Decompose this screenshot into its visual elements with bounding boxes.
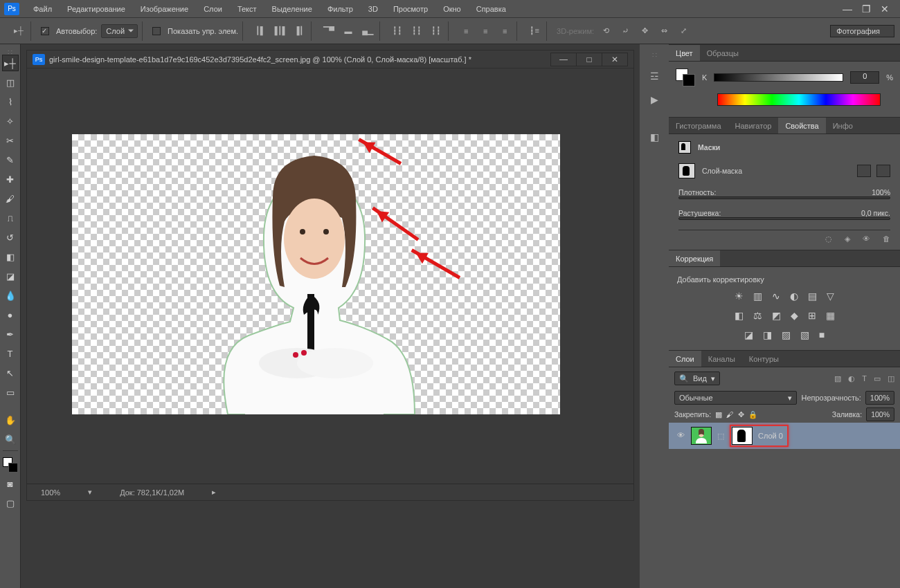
3d-pan-icon[interactable]: ✥ bbox=[637, 24, 652, 39]
autoselect-checkbox[interactable] bbox=[41, 27, 49, 35]
hand-tool[interactable]: ✋ bbox=[2, 412, 19, 428]
fill-input[interactable]: 100% bbox=[866, 407, 894, 421]
adj-vibrance-icon[interactable]: ▤ bbox=[808, 291, 817, 302]
doc-minimize-button[interactable]: — bbox=[550, 53, 577, 66]
tab-color[interactable]: Цвет bbox=[669, 45, 700, 61]
visibility-eye-icon[interactable]: 👁 bbox=[676, 431, 685, 441]
path-selection-tool[interactable]: ↖ bbox=[2, 365, 19, 381]
layer-name[interactable]: Слой 0 bbox=[758, 432, 783, 440]
filter-adjust-icon[interactable]: ◐ bbox=[848, 374, 855, 383]
color-ramp[interactable] bbox=[717, 93, 881, 106]
app-minimize-icon[interactable]: — bbox=[843, 3, 852, 15]
filter-smart-icon[interactable]: ◫ bbox=[888, 374, 894, 383]
tab-paths[interactable]: Контуры bbox=[742, 351, 786, 367]
tab-histogram[interactable]: Гистограмма bbox=[669, 118, 728, 134]
adj-hue-icon[interactable]: ▽ bbox=[827, 291, 834, 302]
mask-selection-icon[interactable]: ◌ bbox=[825, 235, 832, 243]
tab-properties[interactable]: Свойства bbox=[778, 118, 825, 134]
feather-slider[interactable] bbox=[678, 217, 890, 220]
distribute-h1-icon[interactable]: ┇┇ bbox=[390, 24, 405, 39]
align-vcenter-icon[interactable]: ▬ bbox=[341, 24, 356, 39]
distribute-h2-icon[interactable]: ┇┇ bbox=[409, 24, 424, 39]
tab-adjustments[interactable]: Коррекция bbox=[669, 250, 720, 266]
density-slider[interactable] bbox=[678, 196, 890, 199]
adj-threshold-icon[interactable]: ◨ bbox=[763, 329, 772, 340]
menu-help[interactable]: Справка bbox=[469, 2, 513, 16]
adj-bw-icon[interactable]: ◧ bbox=[735, 310, 744, 321]
mask-apply-icon[interactable]: ◈ bbox=[845, 235, 850, 243]
brush-tool[interactable]: 🖌 bbox=[2, 190, 19, 207]
mask-thumb[interactable] bbox=[678, 163, 695, 178]
adj-brightness-icon[interactable]: ☀ bbox=[735, 291, 744, 302]
doc-close-button[interactable]: ✕ bbox=[602, 53, 628, 66]
magic-wand-tool[interactable]: ✧ bbox=[2, 113, 19, 129]
mask-pixel-button[interactable] bbox=[857, 165, 871, 177]
menu-select[interactable]: Выделение bbox=[265, 2, 319, 16]
canvas-area[interactable] bbox=[27, 68, 633, 484]
status-play-icon[interactable]: ▸ bbox=[212, 488, 216, 497]
show-transform-checkbox[interactable] bbox=[152, 27, 161, 35]
feather-value[interactable]: 0,0 пикс. bbox=[861, 209, 890, 217]
auto-align-icon[interactable]: ┇≡ bbox=[527, 24, 542, 39]
adj-levels-icon[interactable]: ▥ bbox=[753, 291, 762, 302]
distribute-v2-icon[interactable]: ≡ bbox=[478, 24, 493, 39]
mask-pixel-icon[interactable] bbox=[678, 141, 691, 154]
mask-delete-icon[interactable]: 🗑 bbox=[883, 235, 890, 243]
layer-mask-thumbnail[interactable] bbox=[732, 427, 753, 445]
menu-window[interactable]: Окно bbox=[436, 2, 468, 16]
adj-posterize-icon[interactable]: ▦ bbox=[826, 310, 835, 321]
crop-tool[interactable]: ✂ bbox=[2, 132, 19, 149]
menu-type[interactable]: Текст bbox=[231, 2, 264, 16]
menu-edit[interactable]: Редактирование bbox=[60, 2, 132, 16]
lock-all-icon[interactable]: 🔒 bbox=[748, 410, 757, 419]
k-value-input[interactable]: 0 bbox=[850, 71, 879, 84]
pen-tool[interactable]: ✒ bbox=[2, 326, 19, 342]
align-hcenter-icon[interactable]: ▐┃▌ bbox=[272, 24, 287, 39]
distribute-v1-icon[interactable]: ≡ bbox=[458, 24, 474, 39]
tab-navigator[interactable]: Навигатор bbox=[728, 118, 779, 134]
layer-link-icon[interactable]: ⬚ bbox=[717, 432, 724, 441]
adj-gradient-map-icon[interactable]: ▨ bbox=[782, 329, 791, 340]
autoselect-target-select[interactable]: Слой bbox=[101, 24, 138, 38]
history-brush-tool[interactable]: ↺ bbox=[2, 229, 19, 246]
tab-channels[interactable]: Каналы bbox=[701, 351, 742, 367]
lasso-tool[interactable]: ⌇ bbox=[2, 93, 19, 110]
lock-pixels-icon[interactable]: 🖌 bbox=[726, 410, 734, 419]
blur-tool[interactable]: 💧 bbox=[2, 287, 19, 304]
menu-3d[interactable]: 3D bbox=[361, 2, 385, 16]
move-tool[interactable]: ▸┼ bbox=[2, 55, 19, 71]
marquee-tool[interactable]: ◫ bbox=[2, 74, 19, 91]
quick-mask-tool[interactable]: ◙ bbox=[2, 475, 19, 492]
layer-row[interactable]: 👁 ⬚ Слой 0 bbox=[669, 423, 900, 449]
lock-position-icon[interactable]: ✥ bbox=[738, 410, 744, 419]
menu-layers[interactable]: Слои bbox=[197, 2, 229, 16]
dodge-tool[interactable]: ● bbox=[2, 306, 19, 323]
3d-roll-icon[interactable]: ⤾ bbox=[618, 24, 633, 39]
workspace-select[interactable]: Фотография bbox=[830, 25, 894, 37]
3d-slide-icon[interactable]: ⇔ bbox=[656, 24, 672, 39]
distribute-h3-icon[interactable]: ┇┇ bbox=[429, 24, 444, 39]
lock-transparent-icon[interactable]: ▩ bbox=[715, 410, 722, 419]
filter-pixel-icon[interactable]: ▧ bbox=[834, 374, 841, 383]
filter-type-icon[interactable]: T bbox=[862, 374, 867, 383]
density-value[interactable]: 100% bbox=[872, 188, 890, 196]
3d-orbit-icon[interactable]: ⟲ bbox=[598, 24, 613, 39]
tab-info[interactable]: Инфо bbox=[826, 118, 860, 134]
healing-brush-tool[interactable]: ✚ bbox=[2, 171, 19, 187]
opacity-input[interactable]: 100% bbox=[865, 391, 894, 405]
gradient-tool[interactable]: ◪ bbox=[2, 268, 19, 284]
adj-exposure-icon[interactable]: ◐ bbox=[790, 291, 798, 302]
adj-balance-icon[interactable]: ⚖ bbox=[753, 310, 762, 321]
history-panel-icon[interactable]: ☲ bbox=[646, 68, 663, 84]
blend-mode-select[interactable]: Обычные▾ bbox=[674, 391, 797, 405]
status-popup-icon[interactable]: ▾ bbox=[88, 488, 92, 497]
adj-invert-icon[interactable]: ◪ bbox=[744, 329, 753, 340]
adj-selective-icon[interactable]: ▧ bbox=[800, 329, 809, 340]
align-left-icon[interactable]: ┃▌ bbox=[253, 24, 268, 39]
menu-view[interactable]: Просмотр bbox=[386, 2, 435, 16]
actions-panel-icon[interactable]: ▶ bbox=[646, 92, 663, 107]
distribute-v3-icon[interactable]: ≡ bbox=[497, 24, 512, 39]
adj-lookup-icon[interactable]: ⊞ bbox=[808, 310, 816, 321]
adj-solid-icon[interactable]: ■ bbox=[819, 329, 825, 340]
tab-swatches[interactable]: Образцы bbox=[700, 45, 746, 61]
